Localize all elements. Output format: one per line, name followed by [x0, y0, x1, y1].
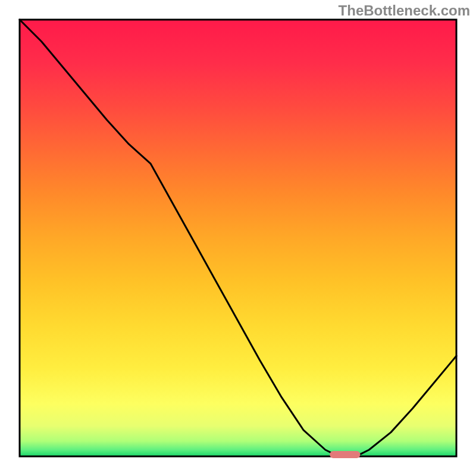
optimal-range-marker [330, 451, 360, 458]
chart-container: TheBottleneck.com [0, 0, 476, 476]
watermark-text: TheBottleneck.com [339, 2, 470, 19]
bottleneck-curve-chart [0, 0, 476, 476]
gradient-background [20, 20, 456, 456]
